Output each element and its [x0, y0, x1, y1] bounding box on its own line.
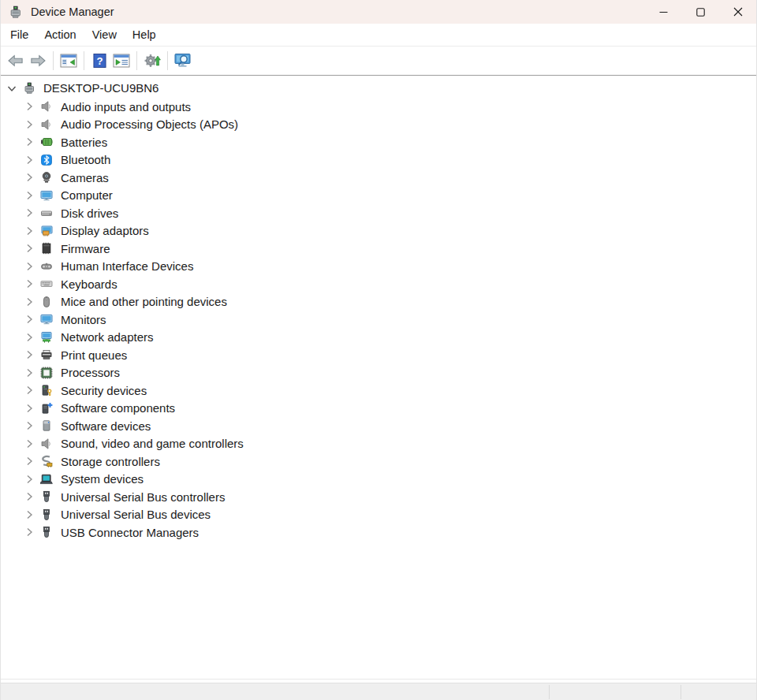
chevron-right-icon[interactable]: [23, 331, 35, 344]
chevron-right-icon[interactable]: [23, 367, 35, 379]
chevron-right-icon[interactable]: [23, 189, 35, 202]
chevron-right-icon[interactable]: [23, 136, 35, 148]
show-hide-console-tree-button[interactable]: [58, 50, 80, 72]
toolbar-separator: [136, 51, 137, 70]
tree-item-label: Cameras: [61, 171, 109, 184]
tree-item-label: Software devices: [61, 419, 151, 433]
software-component-icon: [40, 402, 53, 415]
tree-item[interactable]: Keyboards: [1, 275, 756, 293]
scan-hardware-changes-button[interactable]: [172, 50, 194, 72]
tree-item-label: Sound, video and game controllers: [61, 437, 244, 450]
tree-item-label: Disk drives: [61, 207, 118, 220]
chevron-right-icon[interactable]: [23, 260, 35, 273]
chevron-right-icon[interactable]: [23, 455, 35, 467]
tree-root-computer[interactable]: DESKTOP-UCU9BN6: [1, 78, 756, 98]
tree-item[interactable]: Software components: [1, 400, 756, 418]
tree-item[interactable]: Storage controllers: [1, 452, 756, 471]
tree-item[interactable]: Disk drives: [1, 204, 756, 222]
tree-item[interactable]: USB Connector Managers: [1, 523, 756, 542]
disk-drive-icon: [40, 207, 53, 219]
chevron-right-icon[interactable]: [23, 384, 35, 397]
chevron-right-icon[interactable]: [23, 225, 35, 237]
chevron-right-icon[interactable]: [23, 242, 35, 255]
tree-item[interactable]: Mice and other pointing devices: [1, 293, 756, 311]
security-key-icon: [40, 384, 53, 397]
status-bar-divider: [681, 685, 681, 699]
tree-item-label: System devices: [61, 472, 144, 486]
tree-item[interactable]: Computer: [1, 187, 756, 205]
gamepad-icon: [40, 260, 53, 273]
chevron-right-icon[interactable]: [23, 473, 35, 486]
tree-item[interactable]: Audio Processing Objects (APOs): [1, 116, 756, 134]
tree-item[interactable]: Human Interface Devices: [1, 258, 756, 276]
tree-item[interactable]: System devices: [1, 471, 756, 489]
tree-item-label: Universal Serial Bus devices: [61, 508, 211, 521]
monitor-icon: [40, 313, 53, 326]
chevron-right-icon[interactable]: [23, 118, 35, 131]
tree-item[interactable]: Bluetooth: [1, 151, 756, 169]
status-bar: [1, 683, 756, 700]
device-manager-icon: [9, 6, 22, 19]
chevron-right-icon[interactable]: [23, 277, 35, 290]
tree-item[interactable]: Universal Serial Bus controllers: [1, 488, 756, 506]
chevron-right-icon[interactable]: [23, 526, 35, 538]
chevron-right-icon[interactable]: [23, 419, 35, 432]
menu-help[interactable]: Help: [125, 25, 164, 44]
chevron-right-icon[interactable]: [23, 296, 35, 308]
tree-item[interactable]: Universal Serial Bus devices: [1, 506, 756, 524]
tree-item-label: Bluetooth: [61, 153, 110, 166]
tree-item[interactable]: Print queues: [1, 346, 756, 364]
tree-item[interactable]: Security devices: [1, 382, 756, 400]
chevron-right-icon[interactable]: [23, 490, 35, 503]
usb-plug-icon: [40, 526, 53, 538]
properties-button[interactable]: [110, 50, 132, 72]
menu-file[interactable]: File: [2, 25, 36, 44]
tree-item-label: Batteries: [61, 136, 107, 149]
close-button[interactable]: [719, 0, 756, 24]
menu-bar: File Action View Help: [1, 24, 756, 47]
chevron-right-icon[interactable]: [23, 438, 35, 450]
printer-icon: [40, 348, 53, 361]
chevron-right-icon[interactable]: [23, 207, 35, 219]
status-bar-divider: [549, 685, 550, 699]
menu-action[interactable]: Action: [36, 25, 84, 44]
chevron-right-icon[interactable]: [23, 348, 35, 361]
keyboard-icon: [40, 277, 53, 290]
chevron-right-icon[interactable]: [23, 171, 35, 184]
display-adapter-icon: [40, 225, 53, 237]
chevron-right-icon[interactable]: [23, 154, 35, 166]
tree-item-label: Computer: [61, 188, 113, 202]
chevron-right-icon[interactable]: [23, 508, 35, 521]
window-title: Device Manager: [31, 6, 114, 18]
usb-plug-icon: [40, 508, 53, 521]
tree-item[interactable]: Network adapters: [1, 329, 756, 347]
battery-icon: [40, 136, 53, 148]
camera-icon: [40, 171, 53, 184]
help-button[interactable]: ?: [88, 50, 110, 72]
tree-item-label: USB Connector Managers: [61, 526, 199, 539]
toolbar: ?: [1, 47, 756, 76]
tree-item[interactable]: Monitors: [1, 311, 756, 329]
menu-view[interactable]: View: [84, 25, 125, 44]
minimize-button[interactable]: [645, 0, 682, 24]
tree-item[interactable]: Sound, video and game controllers: [1, 435, 756, 453]
chevron-right-icon[interactable]: [23, 313, 35, 326]
tree-item[interactable]: Batteries: [1, 133, 756, 151]
tree-item-label: Audio Processing Objects (APOs): [61, 117, 238, 131]
chevron-down-icon[interactable]: [6, 82, 18, 95]
tree-item[interactable]: Firmware: [1, 240, 756, 258]
chevron-right-icon[interactable]: [23, 402, 35, 415]
window-controls: [645, 0, 756, 24]
maximize-button[interactable]: [682, 0, 719, 24]
tree-item[interactable]: Software devices: [1, 417, 756, 435]
back-button[interactable]: [5, 50, 27, 72]
tree-item[interactable]: Audio inputs and outputs: [1, 98, 756, 116]
tree-item[interactable]: Cameras: [1, 169, 756, 187]
tree-item-label: Universal Serial Bus controllers: [61, 490, 225, 504]
forward-button[interactable]: [27, 50, 49, 72]
tree-item-label: Storage controllers: [61, 455, 160, 468]
update-driver-button[interactable]: [141, 50, 163, 72]
tree-item[interactable]: Processors: [1, 364, 756, 382]
chevron-right-icon[interactable]: [23, 100, 35, 113]
tree-item[interactable]: Display adaptors: [1, 222, 756, 240]
